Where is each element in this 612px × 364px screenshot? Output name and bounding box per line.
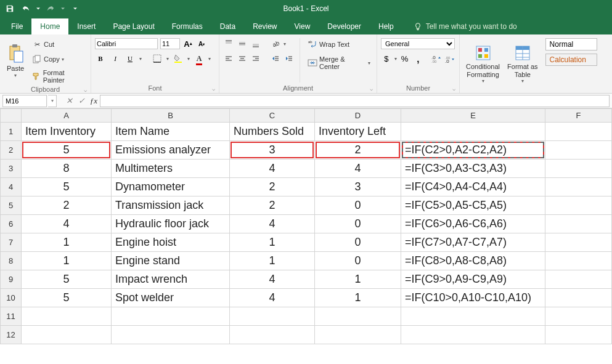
- spreadsheet-grid[interactable]: ABCDEF1Item InventoryItem NameNumbers So…: [0, 108, 612, 364]
- underline-button[interactable]: U: [124, 53, 136, 64]
- conditional-formatting-button[interactable]: Conditional Formatting ▾: [463, 37, 502, 91]
- increase-indent-button[interactable]: [284, 53, 295, 64]
- font-color-button[interactable]: A: [194, 53, 205, 64]
- copy-button[interactable]: Copy ▾: [30, 53, 87, 65]
- font-name-input[interactable]: [95, 38, 158, 49]
- format-as-table-button[interactable]: Format as Table ▾: [505, 37, 541, 91]
- cell-A11[interactable]: [22, 307, 112, 326]
- orientation-button[interactable]: ab: [270, 38, 281, 49]
- comma-style-button[interactable]: ,: [412, 53, 423, 64]
- row-header-9[interactable]: 9: [1, 270, 22, 289]
- cell-E3[interactable]: =IF(C3>0,A3-C3,A3): [401, 160, 545, 178]
- cell-E4[interactable]: =IF(C4>0,A4-C4,A4): [401, 178, 545, 196]
- cell-B5[interactable]: Transmission jack: [112, 196, 230, 215]
- col-header-F[interactable]: F: [545, 109, 612, 123]
- align-bottom-button[interactable]: [250, 38, 261, 49]
- cell-B4[interactable]: Dynamometer: [112, 178, 230, 196]
- name-box-dropdown[interactable]: ▾: [48, 95, 57, 107]
- cell-B12[interactable]: [112, 326, 230, 344]
- cell-B2[interactable]: Emissions analyzer: [112, 141, 230, 160]
- cell-E10[interactable]: =IF(C10>0,A10-C10,A10): [401, 289, 545, 307]
- dialog-launcher-icon[interactable]: ⌵: [84, 87, 87, 93]
- cell-D4[interactable]: 3: [315, 178, 401, 196]
- cell-F7[interactable]: [545, 233, 612, 252]
- align-middle-button[interactable]: [237, 38, 248, 49]
- cell-D10[interactable]: 1: [315, 289, 401, 307]
- cell-E6[interactable]: =IF(C6>0,A6-C6,A6): [401, 215, 545, 233]
- cell-A6[interactable]: 4: [22, 215, 112, 233]
- cell-C6[interactable]: 4: [230, 215, 315, 233]
- cell-B8[interactable]: Engine stand: [112, 252, 230, 270]
- tab-file[interactable]: File: [2, 18, 31, 34]
- cell-C11[interactable]: [230, 307, 315, 326]
- increase-decimal-button[interactable]: .0.00: [431, 53, 442, 64]
- row-header-7[interactable]: 7: [1, 233, 22, 252]
- tab-view[interactable]: View: [286, 18, 319, 34]
- col-header-A[interactable]: A: [22, 109, 112, 123]
- cell-F12[interactable]: [545, 326, 612, 344]
- fx-icon[interactable]: ƒx: [88, 95, 100, 107]
- cell-E9[interactable]: =IF(C9>0,A9-C9,A9): [401, 270, 545, 289]
- undo-icon[interactable]: [20, 2, 32, 15]
- cell-E1[interactable]: [401, 123, 545, 141]
- name-box[interactable]: [2, 95, 47, 107]
- row-header-4[interactable]: 4: [1, 178, 22, 196]
- tab-developer[interactable]: Developer: [319, 18, 370, 34]
- cell-D12[interactable]: [315, 326, 401, 344]
- cell-C9[interactable]: 4: [230, 270, 315, 289]
- cell-D9[interactable]: 1: [315, 270, 401, 289]
- cell-D7[interactable]: 0: [315, 233, 401, 252]
- cancel-icon[interactable]: ✕: [63, 95, 75, 107]
- undo-dropdown-icon[interactable]: [36, 2, 41, 15]
- tell-me[interactable]: Tell me what you want to do: [405, 18, 526, 34]
- row-header-12[interactable]: 12: [1, 326, 22, 344]
- save-icon[interactable]: [4, 2, 16, 15]
- row-header-3[interactable]: 3: [1, 160, 22, 178]
- cell-D1[interactable]: Inventory Left: [315, 123, 401, 141]
- row-header-11[interactable]: 11: [1, 307, 22, 326]
- cell-C8[interactable]: 1: [230, 252, 315, 270]
- cell-A5[interactable]: 2: [22, 196, 112, 215]
- cell-F6[interactable]: [545, 215, 612, 233]
- cell-F9[interactable]: [545, 270, 612, 289]
- cell-B6[interactable]: Hydraulic floor jack: [112, 215, 230, 233]
- cell-A8[interactable]: 1: [22, 252, 112, 270]
- cell-A2[interactable]: 5: [22, 141, 112, 160]
- cell-B1[interactable]: Item Name: [112, 123, 230, 141]
- col-header-B[interactable]: B: [112, 109, 230, 123]
- cell-A12[interactable]: [22, 326, 112, 344]
- cell-D2[interactable]: 2: [315, 141, 401, 160]
- cell-E12[interactable]: [401, 326, 545, 344]
- tab-help[interactable]: Help: [370, 18, 402, 34]
- enter-icon[interactable]: ✓: [75, 95, 88, 107]
- cell-A1[interactable]: Item Inventory: [22, 123, 112, 141]
- chevron-down-icon[interactable]: ▾: [208, 56, 211, 62]
- cell-E5[interactable]: =IF(C5>0,A5-C5,A5): [401, 196, 545, 215]
- cell-C3[interactable]: 4: [230, 160, 315, 178]
- cell-D8[interactable]: 0: [315, 252, 401, 270]
- dialog-launcher-icon[interactable]: ⌵: [452, 86, 455, 92]
- cell-D3[interactable]: 4: [315, 160, 401, 178]
- tab-home[interactable]: Home: [31, 18, 68, 34]
- col-header-C[interactable]: C: [230, 109, 315, 123]
- cell-F4[interactable]: [545, 178, 612, 196]
- tab-formulas[interactable]: Formulas: [163, 18, 211, 34]
- col-header-E[interactable]: E: [401, 109, 545, 123]
- shrink-font-button[interactable]: A▾: [196, 38, 207, 49]
- tab-insert[interactable]: Insert: [68, 18, 104, 34]
- cell-F11[interactable]: [545, 307, 612, 326]
- cell-E11[interactable]: [401, 307, 545, 326]
- cell-style-normal[interactable]: Normal: [545, 38, 597, 51]
- row-header-5[interactable]: 5: [1, 196, 22, 215]
- grow-font-button[interactable]: A▴: [182, 38, 194, 49]
- cell-F2[interactable]: [545, 141, 612, 160]
- cell-C7[interactable]: 1: [230, 233, 315, 252]
- cell-B9[interactable]: Impact wrench: [112, 270, 230, 289]
- dialog-launcher-icon[interactable]: ⌵: [212, 86, 215, 92]
- cell-B3[interactable]: Multimeters: [112, 160, 230, 178]
- align-right-button[interactable]: [250, 53, 261, 64]
- tab-data[interactable]: Data: [211, 18, 244, 34]
- select-all-corner[interactable]: [1, 109, 22, 123]
- cell-B10[interactable]: Spot welder: [112, 289, 230, 307]
- wrap-text-button[interactable]: ab Wrap Text: [305, 38, 373, 51]
